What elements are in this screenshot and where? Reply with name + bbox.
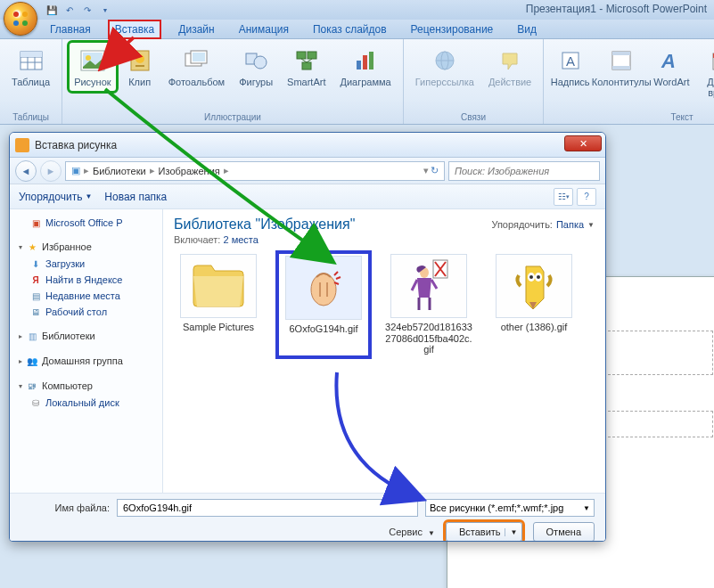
app-name: Microsoft PowerPoint: [606, 3, 707, 15]
picture-icon: [78, 46, 107, 75]
album-button[interactable]: Фотоальбом: [164, 43, 230, 91]
sidebar-libraries[interactable]: ▸▥Библиотеки: [13, 327, 159, 345]
organize-button[interactable]: Упорядочить ▼: [19, 191, 92, 203]
breadcrumb-images[interactable]: Изображения: [159, 166, 220, 176]
chart-button[interactable]: Диаграмма: [336, 43, 396, 91]
hyperlink-button[interactable]: Гиперссылка: [411, 43, 479, 91]
sidebar-localdisk[interactable]: ⛁Локальный диск: [13, 395, 159, 411]
smartart-button[interactable]: SmartArt: [283, 43, 330, 91]
sidebar-homegroup[interactable]: ▸👥Домашняя группа: [13, 352, 159, 370]
svg-point-44: [529, 275, 533, 279]
picture-label: Рисунок: [74, 77, 111, 87]
filename-input[interactable]: [117, 499, 418, 517]
file-item-selected[interactable]: 6OxfoG194h.gif: [279, 254, 368, 355]
tables-group-label: Таблицы: [12, 110, 49, 122]
textbox-icon: A: [556, 46, 585, 75]
dialog-footer: Имя файла: Все рисунки (*.emf;*.wmf;*.jp…: [10, 493, 605, 542]
qat-dropdown-icon[interactable]: ▼: [98, 4, 112, 16]
sidebar-yandex[interactable]: ЯНайти в Яндексе: [13, 272, 159, 288]
tab-design[interactable]: Дизайн: [173, 21, 219, 37]
tab-insert[interactable]: Вставка: [110, 21, 160, 37]
shapes-button[interactable]: Фигуры: [234, 43, 277, 91]
tab-animation[interactable]: Анимация: [234, 21, 294, 37]
ribbon-tabs: Главная Вставка Дизайн Анимация Показ сл…: [0, 20, 714, 39]
cancel-button[interactable]: Отмена: [533, 522, 595, 542]
insert-picture-dialog: Вставка рисунка ✕ ◄ ► ▣ ▸ Библиотеки ▸ И…: [9, 132, 606, 542]
action-button[interactable]: Действие: [484, 43, 536, 91]
dialog-titlebar[interactable]: Вставка рисунка ✕: [10, 133, 605, 158]
save-icon[interactable]: 💾: [45, 4, 59, 16]
sidebar-favorites[interactable]: ▾★Избранное: [13, 238, 159, 256]
action-label: Действие: [488, 77, 531, 87]
tab-review[interactable]: Рецензирование: [406, 21, 499, 37]
textbox-button[interactable]: A Надпись: [551, 43, 589, 91]
includes-link[interactable]: 2 места: [223, 234, 258, 245]
svg-rect-32: [612, 52, 630, 55]
chart-icon: [351, 46, 380, 75]
quick-access-toolbar: 💾 ↶ ↷ ▼: [45, 4, 112, 16]
tab-slideshow[interactable]: Показ слайдов: [308, 21, 392, 37]
svg-point-14: [135, 54, 144, 63]
ribbon-group-links: Гиперссылка Действие Связи: [404, 39, 545, 124]
address-dropdown-icon[interactable]: ▾: [423, 165, 429, 176]
dialog-title: Вставка рисунка: [35, 139, 117, 151]
insert-dropdown-icon[interactable]: ▼: [505, 528, 518, 536]
address-bar[interactable]: ▣ ▸ Библиотеки ▸ Изображения ▸ ▾ ↻: [65, 161, 445, 181]
tab-view[interactable]: Вид: [512, 21, 542, 37]
svg-rect-9: [21, 52, 42, 57]
headerfooter-button[interactable]: Колонтитулы: [595, 43, 648, 91]
sidebar-downloads[interactable]: ⬇Загрузки: [13, 256, 159, 272]
search-input[interactable]: [448, 161, 600, 181]
computer-icon: 🖳: [26, 380, 38, 392]
dialog-sidebar: ▣Microsoft Office P ▾★Избранное ⬇Загрузк…: [10, 209, 163, 493]
action-icon: [496, 46, 524, 75]
library-subtitle: Включает: 2 места: [174, 234, 595, 245]
folder-item[interactable]: Sample Pictures: [174, 254, 263, 355]
file-item[interactable]: other (1386).gif: [489, 254, 579, 355]
filename-label: Имя файла:: [21, 502, 110, 513]
file-type-filter[interactable]: Все рисунки (*.emf;*.wmf;*.jpg▼: [425, 499, 595, 517]
arrange-control[interactable]: Упорядочить: Папка ▼: [491, 219, 595, 230]
breadcrumb-libraries[interactable]: Библиотеки: [93, 166, 146, 176]
office-button[interactable]: [4, 2, 37, 36]
sidebar-desktop[interactable]: 🖥Рабочий стол: [13, 304, 159, 320]
shapes-icon: [242, 46, 270, 75]
sidebar-mso[interactable]: ▣Microsoft Office P: [13, 215, 159, 231]
table-button[interactable]: Таблица: [7, 43, 54, 91]
svg-text:A: A: [661, 50, 676, 72]
libraries-icon: ▣: [71, 165, 80, 176]
refresh-icon[interactable]: ↻: [431, 165, 439, 176]
svg-rect-20: [297, 52, 306, 59]
undo-icon[interactable]: ↶: [62, 4, 77, 16]
service-button[interactable]: Сервис ▼: [389, 527, 435, 537]
svg-point-3: [22, 20, 28, 26]
tab-home[interactable]: Главная: [45, 21, 96, 37]
sidebar-computer[interactable]: ▾🖳Компьютер: [13, 377, 159, 395]
file-item[interactable]: 324eb5720d18163327086d015fba402c.gif: [384, 254, 473, 355]
disk-icon: ⛁: [29, 396, 42, 409]
datetime-button[interactable]: 5 Дата и время: [694, 43, 714, 102]
sidebar-recent[interactable]: ▤Недавние места: [13, 288, 159, 304]
homegroup-icon: 👥: [26, 355, 38, 367]
table-icon: [17, 46, 45, 75]
insert-button[interactable]: Вставить ▼: [446, 522, 522, 542]
svg-point-1: [22, 12, 28, 17]
forward-button[interactable]: ►: [40, 160, 62, 182]
hyperlink-icon: [431, 46, 459, 75]
redo-icon[interactable]: ↷: [80, 4, 94, 16]
smartart-icon: [292, 46, 321, 75]
help-button[interactable]: ?: [577, 188, 596, 206]
ribbon-group-tables: Таблица Таблицы: [0, 39, 62, 124]
table-label: Таблица: [12, 77, 50, 87]
back-button[interactable]: ◄: [15, 160, 37, 182]
picture-button[interactable]: Рисунок: [70, 43, 116, 91]
close-button[interactable]: ✕: [564, 135, 602, 151]
clip-label: Клип: [128, 77, 151, 87]
album-icon: [182, 46, 210, 75]
wordart-button[interactable]: A WordArt: [653, 43, 689, 91]
headerfooter-icon: [607, 46, 636, 75]
new-folder-button[interactable]: Новая папка: [104, 191, 167, 203]
view-mode-button[interactable]: ☷ ▾: [554, 188, 573, 206]
svg-text:A: A: [566, 53, 575, 69]
clip-button[interactable]: Клип: [121, 43, 159, 91]
